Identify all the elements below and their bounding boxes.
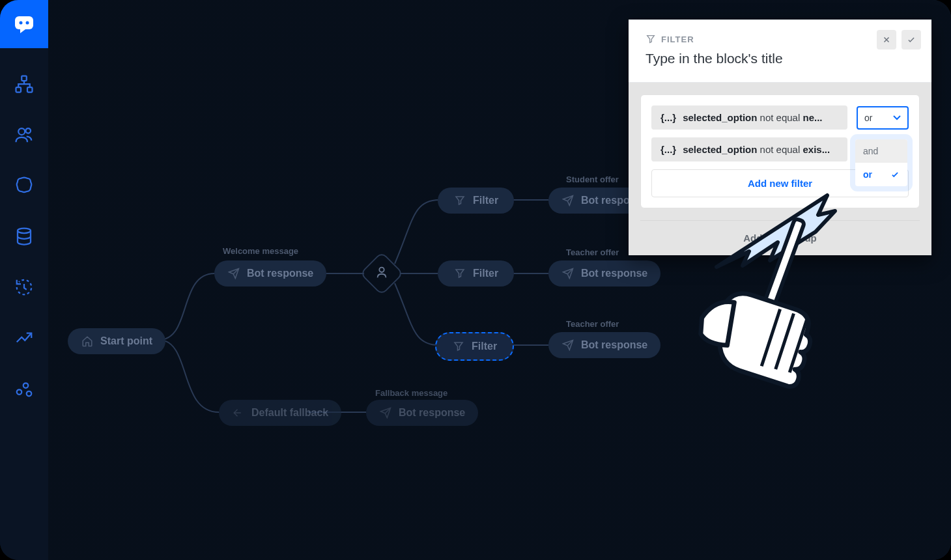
filter-2-op: not equal: [760, 144, 801, 155]
send-icon: [227, 267, 240, 280]
nav-history-icon[interactable]: [13, 276, 35, 298]
filter-1-val: ne...: [802, 112, 822, 123]
node-start[interactable]: Start point: [68, 328, 165, 354]
node-teacher-response-1[interactable]: Bot response: [548, 260, 660, 287]
panel-eyebrow: FILTER: [646, 34, 915, 44]
svg-point-11: [27, 391, 32, 397]
filter-icon: [453, 267, 466, 280]
dropdown-option-or[interactable]: or: [855, 163, 907, 186]
node-teacher-response-1-label: Bot response: [581, 268, 647, 279]
close-button[interactable]: [877, 30, 896, 49]
svg-point-7: [26, 128, 31, 133]
nav-brain-icon[interactable]: [13, 175, 35, 197]
send-icon: [561, 267, 575, 280]
label-fallback: Fallback message: [375, 388, 447, 398]
svg-point-10: [23, 383, 29, 388]
svg-point-2: [26, 21, 29, 25]
svg-rect-4: [16, 87, 21, 92]
connector-select[interactable]: or: [857, 106, 909, 130]
filter-icon: [452, 340, 465, 353]
dropdown-and-label: and: [863, 146, 878, 156]
label-teacher-2: Teacher offer: [566, 319, 619, 329]
node-fallback-response[interactable]: Bot response: [366, 400, 478, 426]
connector-value: or: [864, 113, 872, 123]
nav-users-icon[interactable]: [13, 124, 35, 146]
node-welcome-response[interactable]: Bot response: [214, 260, 326, 287]
check-icon: [890, 170, 900, 179]
filter-1-attr: selected_option: [683, 112, 757, 123]
svg-point-12: [379, 268, 384, 272]
send-icon: [561, 194, 575, 207]
filter-2-val: exis...: [802, 144, 830, 155]
add-filter-label: Add new filter: [748, 178, 812, 189]
home-icon: [81, 335, 94, 348]
chevron-down-icon: [893, 114, 901, 122]
braces-icon: {...}: [660, 112, 676, 123]
node-fallback[interactable]: Default fallback: [219, 400, 341, 426]
filter-condition-2[interactable]: {...} selected_option not equal exis...: [651, 137, 847, 161]
send-icon: [379, 406, 392, 419]
node-fallback-label: Default fallback: [251, 407, 328, 419]
add-group-label: Add filter group: [743, 232, 817, 244]
label-student: Student offer: [566, 175, 619, 184]
nav-scatter-icon[interactable]: [13, 378, 35, 400]
node-filter-2[interactable]: Filter: [438, 260, 514, 287]
node-start-label: Start point: [100, 335, 152, 347]
svg-point-1: [20, 21, 23, 25]
node-welcome-response-label: Bot response: [247, 268, 313, 279]
node-filter-1[interactable]: Filter: [438, 188, 514, 214]
node-fallback-response-label: Bot response: [399, 407, 465, 419]
filter-icon: [453, 194, 466, 207]
filter-card: {...} selected_option not equal ne... or: [640, 94, 920, 208]
label-welcome: Welcome message: [223, 246, 298, 256]
node-teacher-response-2[interactable]: Bot response: [548, 332, 660, 358]
nav-sitemap-icon[interactable]: [13, 73, 35, 95]
dropdown-or-label: or: [863, 169, 872, 180]
fallback-icon: [232, 406, 245, 419]
confirm-button[interactable]: [901, 30, 921, 49]
node-filter-3-label: Filter: [472, 341, 497, 352]
filter-condition-1[interactable]: {...} selected_option not equal ne...: [651, 105, 847, 130]
filter-panel: FILTER Type in the block's title {...} s…: [629, 20, 931, 255]
nav-database-icon[interactable]: [13, 225, 35, 247]
node-filter-1-label: Filter: [473, 195, 498, 206]
svg-rect-0: [15, 16, 33, 29]
node-filter-3[interactable]: Filter: [435, 332, 514, 361]
label-teacher-1: Teacher offer: [566, 247, 619, 257]
node-filter-2-label: Filter: [473, 268, 498, 279]
svg-point-9: [17, 389, 22, 395]
braces-icon: {...}: [660, 144, 676, 155]
filter-icon: [646, 34, 656, 44]
panel-eyebrow-text: FILTER: [661, 35, 694, 44]
sidebar: [0, 0, 48, 560]
dropdown-option-and[interactable]: and: [855, 139, 907, 163]
svg-point-8: [18, 229, 31, 234]
panel-title[interactable]: Type in the block's title: [646, 51, 915, 66]
send-icon: [561, 339, 575, 352]
filter-1-op: not equal: [760, 112, 801, 123]
svg-rect-5: [27, 87, 33, 92]
svg-rect-3: [21, 76, 27, 81]
svg-point-6: [18, 128, 25, 135]
filter-2-attr: selected_option: [683, 144, 757, 155]
app-logo[interactable]: [0, 0, 48, 48]
add-group-button[interactable]: Add filter group: [640, 220, 920, 244]
node-user-input[interactable]: [360, 251, 404, 296]
node-teacher-response-2-label: Bot response: [581, 339, 647, 351]
connector-dropdown: and or: [855, 139, 907, 186]
nav-trend-icon[interactable]: [13, 327, 35, 349]
